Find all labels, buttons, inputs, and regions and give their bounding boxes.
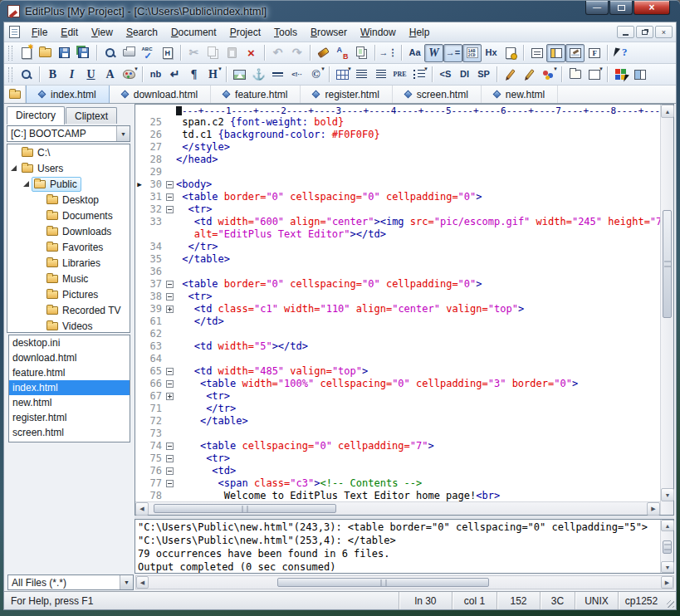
code-line[interactable]: 72 </table> bbox=[135, 415, 660, 428]
span-tag-button[interactable]: SP bbox=[474, 66, 493, 84]
fold-column[interactable] bbox=[165, 203, 176, 216]
table-button[interactable]: ▼ bbox=[333, 66, 352, 84]
file-item-desktop.ini[interactable]: desktop.ini bbox=[9, 335, 130, 350]
menu-file[interactable]: File bbox=[25, 24, 54, 41]
code-line[interactable]: 39 <td class="c1" width="110" align="cen… bbox=[135, 303, 660, 315]
code-line[interactable]: ▶30<body> bbox=[135, 178, 660, 191]
anchor-button[interactable]: ⚓ bbox=[249, 66, 268, 84]
file-item-new.html[interactable]: new.html bbox=[9, 395, 130, 410]
window-list-button[interactable]: ▼ bbox=[585, 66, 604, 84]
font-color-button[interactable]: ▼ bbox=[120, 66, 139, 84]
toolbar-gripper[interactable] bbox=[8, 46, 12, 61]
undo-button[interactable]: ↶ bbox=[268, 44, 287, 62]
toggle-marker-button[interactable]: →⋮ bbox=[379, 44, 398, 62]
line-break-button[interactable]: ↵ bbox=[165, 66, 184, 84]
menu-document[interactable]: Document bbox=[164, 24, 223, 41]
tree-item-pictures[interactable]: Pictures bbox=[7, 286, 130, 302]
underline-button[interactable]: U bbox=[81, 66, 100, 84]
document-tab-index.html[interactable]: index.html bbox=[26, 86, 110, 103]
file-list-button[interactable] bbox=[4, 86, 26, 103]
chevron-down-icon[interactable]: ▼ bbox=[120, 575, 133, 589]
bold-button[interactable]: B bbox=[43, 66, 62, 84]
output-horizontal-scrollbar[interactable]: ◀ ▶ bbox=[135, 575, 674, 589]
fold-column[interactable] bbox=[165, 365, 176, 378]
tree-item-libraries[interactable]: Libraries bbox=[7, 255, 130, 271]
fold-column[interactable] bbox=[165, 452, 176, 465]
code-line[interactable]: 73 bbox=[135, 428, 660, 440]
edit-color-button[interactable] bbox=[520, 66, 539, 84]
scrollbar-thumb[interactable] bbox=[663, 210, 672, 318]
scrollbar-thumb[interactable] bbox=[663, 540, 672, 554]
document-properties-button[interactable] bbox=[501, 44, 520, 62]
mdi-minimize-button[interactable] bbox=[617, 26, 634, 38]
menu-view[interactable]: View bbox=[85, 24, 120, 41]
menu-browser[interactable]: Browser bbox=[304, 24, 354, 41]
color-picker-button[interactable] bbox=[611, 66, 630, 84]
code-line[interactable]: 28</head> bbox=[135, 154, 660, 166]
scroll-up-button[interactable]: ▲ bbox=[661, 520, 674, 531]
chevron-down-icon[interactable]: ▼ bbox=[116, 126, 130, 141]
show-indent-guide-button[interactable]: →= bbox=[443, 44, 462, 62]
menu-project[interactable]: Project bbox=[223, 24, 267, 41]
document-tab-feature.html[interactable]: feature.html bbox=[211, 86, 301, 103]
file-item-download.html[interactable]: download.html bbox=[9, 350, 130, 365]
scroll-down-button[interactable]: ▼ bbox=[661, 561, 674, 573]
fold-column[interactable] bbox=[165, 191, 176, 203]
directory-window-button[interactable] bbox=[546, 44, 565, 62]
fold-column[interactable] bbox=[165, 278, 176, 291]
hex-viewer-button[interactable]: Hx bbox=[482, 44, 501, 62]
menu-search[interactable]: Search bbox=[120, 24, 164, 41]
code-line[interactable]: 75 <tr> bbox=[135, 452, 660, 465]
replace-button[interactable] bbox=[333, 44, 352, 62]
tree-item-desktop[interactable]: Desktop bbox=[7, 192, 130, 208]
code-line[interactable]: 37 <table border="0" cellspacing="0" cel… bbox=[135, 278, 660, 291]
menu-edit[interactable]: Edit bbox=[54, 24, 85, 41]
code-line[interactable]: 77 <span class="c3"><!-- Contents --> bbox=[135, 477, 660, 490]
split-window-button[interactable] bbox=[630, 66, 649, 84]
word-wrap-button[interactable]: W bbox=[424, 44, 443, 62]
code-area[interactable]: 25 span.c2 {font-weight: bold}26 td.c1 {… bbox=[135, 116, 660, 501]
scroll-down-button[interactable]: ▼ bbox=[661, 488, 674, 501]
change-case-button[interactable]: Aa bbox=[405, 44, 424, 62]
tree-item-recorded-tv[interactable]: Recorded TV bbox=[7, 302, 130, 318]
document-tab-new.html[interactable]: new.html bbox=[482, 86, 558, 103]
mdi-restore-button[interactable] bbox=[636, 26, 653, 38]
tree-item-music[interactable]: Music bbox=[7, 271, 130, 286]
strikeout-button[interactable]: <S bbox=[436, 66, 455, 84]
code-line[interactable]: 26 td.c1 {background-color: #F0F0F0} bbox=[135, 129, 660, 141]
code-line[interactable]: 25 span.c2 {font-weight: bold} bbox=[135, 116, 660, 129]
code-line[interactable]: 38 <tr> bbox=[135, 291, 660, 303]
fold-expand-icon[interactable] bbox=[166, 393, 174, 400]
output-window-button[interactable] bbox=[565, 44, 585, 62]
italic-button[interactable]: I bbox=[62, 66, 81, 84]
fold-collapse-icon[interactable] bbox=[166, 181, 174, 188]
code-line[interactable]: 31 <table border="0" cellspacing="0" cel… bbox=[135, 191, 660, 203]
code-line[interactable]: alt="EditPlus Text Editor"></td> bbox=[135, 228, 660, 241]
print-preview-button[interactable] bbox=[100, 44, 120, 62]
spell-check-button[interactable] bbox=[139, 44, 158, 62]
output-vertical-scrollbar[interactable]: ▲ ▼ bbox=[660, 520, 673, 573]
user-tools-button[interactable]: ▼ bbox=[539, 66, 558, 84]
editor-vertical-scrollbar[interactable]: ▲ ▼ bbox=[660, 105, 673, 515]
menu-tools[interactable]: Tools bbox=[267, 24, 304, 41]
fold-column[interactable] bbox=[165, 477, 176, 490]
open-file-button[interactable] bbox=[36, 44, 55, 62]
side-tab-directory[interactable]: Directory bbox=[7, 106, 65, 125]
code-line[interactable]: 61 </td> bbox=[135, 315, 660, 328]
menu-window[interactable]: Window bbox=[354, 24, 403, 41]
fold-expand-icon[interactable] bbox=[166, 306, 174, 313]
scrollbar-thumb[interactable] bbox=[154, 504, 336, 513]
output-text[interactable]: "C:\Users\Public\new.html"(243,3): <tabl… bbox=[135, 520, 660, 573]
fold-collapse-icon[interactable] bbox=[166, 455, 174, 462]
code-line[interactable]: 76 <td> bbox=[135, 465, 660, 477]
document-tab-register.html[interactable]: register.html bbox=[301, 86, 392, 103]
fold-column[interactable] bbox=[165, 303, 176, 315]
fold-column[interactable] bbox=[165, 378, 176, 390]
browser-preview-button[interactable] bbox=[17, 66, 36, 84]
code-line[interactable]: 34 </tr> bbox=[135, 241, 660, 253]
code-line[interactable]: 32 <tr> bbox=[135, 203, 660, 216]
function-list-button[interactable] bbox=[585, 44, 604, 62]
scrollbar-thumb[interactable] bbox=[277, 578, 489, 587]
code-line[interactable]: 74 <table cellspacing="0" cellpadding="7… bbox=[135, 440, 660, 452]
menu-help[interactable]: Help bbox=[403, 24, 437, 41]
